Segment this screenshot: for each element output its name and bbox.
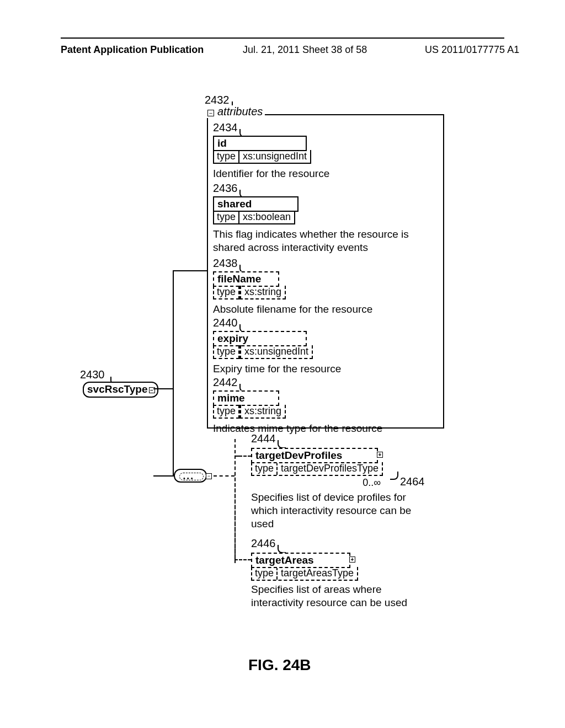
- elem-targetareas-desc: Specifies list of areas where interactiv…: [251, 583, 417, 609]
- attr-expiry: expiry typexs:unsignedInt Expiry time fo…: [213, 331, 341, 376]
- type-label: type: [252, 567, 278, 580]
- child-frame-line: [234, 456, 236, 560]
- root-type-name: svcRscType: [87, 383, 148, 395]
- ref-num-shared: 2436: [213, 182, 238, 195]
- connector-line-dashed: [234, 559, 251, 560]
- type-label: type: [213, 286, 239, 299]
- expand-icon: −: [206, 473, 212, 479]
- leader-hook: [278, 440, 286, 448]
- type-label: type: [213, 211, 239, 224]
- type-value: targetAreasType: [278, 567, 357, 580]
- root-type-box: svcRscType−: [83, 382, 158, 398]
- expand-icon: +: [377, 452, 383, 458]
- attr-expiry-name: expiry: [213, 331, 307, 346]
- attr-id-name: id: [213, 136, 307, 151]
- ref-num-attributes: 2432: [205, 94, 230, 106]
- ref-num-id: 2434: [213, 121, 238, 134]
- type-value: xs:boolean: [239, 211, 295, 224]
- header-right: US 2011/0177775 A1: [425, 44, 519, 56]
- page: Patent Application Publication Jul. 21, …: [0, 0, 565, 728]
- attr-shared-name: shared: [213, 196, 299, 212]
- attr-mime: mime typexs:string Indicates mime type f…: [213, 390, 382, 435]
- type-label: type: [213, 345, 239, 359]
- ref-num-filename: 2438: [213, 257, 238, 270]
- connector-line: [173, 270, 174, 475]
- attributes-label: attributes: [217, 105, 263, 117]
- attributes-title: −attributes: [205, 105, 265, 118]
- elem-targetareas-name: targetAreas+: [251, 553, 350, 568]
- connector-line-dashed: [234, 456, 251, 457]
- ref-num-mime: 2442: [213, 376, 238, 389]
- ref-num-targetdev: 2444: [251, 432, 276, 445]
- ref-num-occurs: 2464: [400, 475, 425, 488]
- attr-mime-name: mime: [213, 390, 279, 406]
- attr-expiry-desc: Expiry time for the resource: [213, 362, 341, 376]
- attr-filename-desc: Absolute filename for the resource: [213, 303, 372, 316]
- connector-line: [173, 270, 207, 271]
- elem-targetdev-occurs: 0..∞: [251, 477, 381, 489]
- attr-filename: fileName typexs:string Absolute filename…: [213, 271, 372, 316]
- elem-targetdev-type: typetargetDevProfilesType: [251, 462, 383, 476]
- elem-targetdev-desc: Specifies list of device profiles for wh…: [251, 491, 417, 530]
- header-mid: Jul. 21, 2011 Sheet 38 of 58: [243, 44, 367, 56]
- connector-line: [153, 475, 174, 477]
- elem-targetdev-name: targetDevProfiles+: [251, 448, 378, 463]
- type-value: targetDevProfilesType: [278, 462, 382, 475]
- attr-filename-name: fileName: [213, 271, 279, 287]
- connector-line: [153, 388, 173, 389]
- sequence-compositor: ••• −: [174, 469, 207, 483]
- attr-id: id typexs:unsignedInt Identifier for the…: [213, 136, 329, 180]
- type-label: type: [213, 150, 239, 164]
- type-value: xs:string: [239, 405, 286, 419]
- schema-diagram: 2430 svcRscType− 2432 −attributes 2434 i…: [83, 94, 491, 640]
- ref-num-root: 2430: [80, 368, 105, 381]
- type-value: xs:unsignedInt: [239, 345, 313, 359]
- elem-targetareas-type: typetargetAreasType: [251, 567, 358, 581]
- attr-shared-desc: This flag indicates whether the resource…: [213, 228, 431, 254]
- elem-name-text: targetDevProfiles: [255, 449, 342, 461]
- header-rule: [61, 38, 504, 39]
- collapse-icon: −: [207, 110, 214, 116]
- elem-name-text: targetAreas: [255, 554, 314, 566]
- leader-hook: [278, 545, 286, 553]
- connector-line-dashed: [214, 475, 234, 477]
- ref-num-expiry: 2440: [213, 317, 238, 329]
- ref-num-targetareas: 2446: [251, 537, 276, 550]
- type-value: xs:string: [239, 286, 286, 299]
- type-label: type: [213, 405, 239, 419]
- type-value: xs:unsignedInt: [239, 150, 311, 164]
- attr-mime-desc: Indicates mime type for the resource: [213, 422, 382, 435]
- header-left: Patent Application Publication: [61, 44, 204, 56]
- attr-shared: shared typexs:boolean This flag indicate…: [213, 196, 431, 254]
- elem-targetareas: targetAreas+ typetargetAreasType Specifi…: [251, 553, 417, 609]
- figure-label: FIG. 24B: [248, 656, 311, 674]
- sequence-inner: •••: [179, 473, 204, 480]
- expand-icon: +: [349, 556, 355, 563]
- type-label: type: [252, 462, 278, 475]
- ellipsis-icon: •••: [183, 475, 195, 481]
- attr-id-desc: Identifier for the resource: [213, 167, 329, 180]
- elem-targetdevprofiles: targetDevProfiles+ typetargetDevProfiles…: [251, 448, 417, 530]
